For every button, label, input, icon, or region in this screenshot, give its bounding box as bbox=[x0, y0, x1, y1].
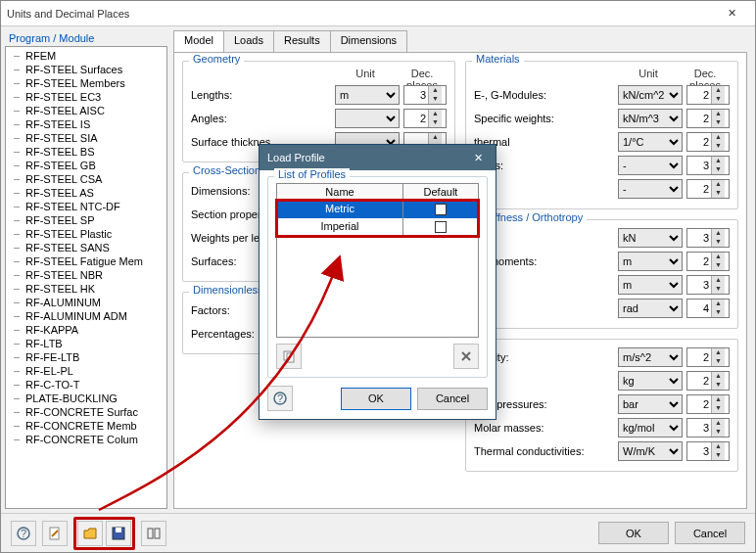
unit-select[interactable]: 1/°C bbox=[618, 132, 683, 152]
tree-item[interactable]: RF-STEEL NBR bbox=[6, 268, 166, 282]
unit-select[interactable]: m bbox=[618, 252, 683, 271]
tab-results[interactable]: Results bbox=[273, 30, 331, 52]
dec-places-spinner[interactable]: ▲▼ bbox=[686, 85, 730, 105]
unit-select[interactable]: m/s^2 bbox=[618, 347, 683, 367]
dec-places-spinner[interactable]: ▲▼ bbox=[403, 85, 447, 105]
tree-item[interactable]: RF-STEEL SANS bbox=[6, 241, 166, 254]
unit-select[interactable]: kN/m^3 bbox=[618, 109, 683, 128]
help-icon[interactable]: ? bbox=[267, 386, 293, 411]
tree-item[interactable]: PLATE-BUCKLING bbox=[6, 392, 166, 405]
unit-select[interactable]: - bbox=[618, 156, 683, 175]
dec-input[interactable] bbox=[687, 372, 711, 390]
unit-select[interactable]: kN/cm^2 bbox=[618, 85, 683, 105]
edit-icon[interactable] bbox=[42, 521, 68, 546]
tree-item[interactable]: RF-FE-LTB bbox=[6, 350, 166, 364]
dec-input[interactable] bbox=[687, 348, 711, 366]
tree-item[interactable]: RF-STEEL NTC-DF bbox=[6, 200, 166, 213]
dec-places-spinner[interactable]: ▲▼ bbox=[686, 109, 730, 128]
default-checkbox[interactable]: ✓ bbox=[435, 204, 447, 215]
tree-item[interactable]: RF-CONCRETE Surfac bbox=[6, 405, 166, 419]
dec-input[interactable] bbox=[687, 276, 711, 294]
tree-item[interactable]: RF-KAPPA bbox=[6, 323, 166, 337]
load-profile-icon[interactable] bbox=[77, 521, 103, 546]
tree-item[interactable]: RF-STEEL AS bbox=[6, 186, 166, 200]
dec-input[interactable] bbox=[687, 157, 711, 174]
delete-icon[interactable] bbox=[453, 344, 479, 369]
close-icon[interactable]: ✕ bbox=[468, 152, 488, 164]
dec-input[interactable] bbox=[404, 86, 428, 104]
dec-input[interactable] bbox=[687, 110, 711, 127]
dec-places-spinner[interactable]: ▲▼ bbox=[686, 394, 730, 414]
unit-select[interactable]: kg/mol bbox=[618, 418, 683, 438]
unit-select[interactable]: rad bbox=[618, 299, 683, 318]
copy-icon[interactable] bbox=[276, 344, 302, 369]
dec-places-spinner[interactable]: ▲▼ bbox=[686, 275, 730, 295]
tree-item[interactable]: RF-STEEL AISC bbox=[6, 104, 166, 117]
default-checkbox[interactable] bbox=[435, 221, 447, 233]
dec-input[interactable] bbox=[687, 300, 711, 317]
dec-places-spinner[interactable]: ▲▼ bbox=[686, 299, 730, 318]
dec-places-spinner[interactable]: ▲▼ bbox=[686, 252, 730, 271]
tree-item[interactable]: RF-STEEL CSA bbox=[6, 172, 166, 186]
tree-item[interactable]: RF-STEEL Plastic bbox=[6, 227, 166, 241]
dec-input[interactable] bbox=[404, 110, 428, 127]
unit-select[interactable] bbox=[335, 109, 400, 128]
dec-input[interactable] bbox=[687, 419, 711, 437]
dec-input[interactable] bbox=[687, 180, 711, 198]
profile-row[interactable]: Imperial bbox=[277, 218, 478, 236]
modal-ok-button[interactable]: OK bbox=[341, 388, 411, 410]
tree-item[interactable]: RF-STEEL BS bbox=[6, 145, 166, 159]
unit-select[interactable]: m bbox=[335, 85, 400, 105]
ok-button[interactable]: OK bbox=[598, 522, 669, 544]
tree-item[interactable]: RF-STEEL Surfaces bbox=[6, 63, 166, 76]
cancel-button[interactable]: Cancel bbox=[675, 522, 745, 544]
dec-places-spinner[interactable]: ▲▼ bbox=[686, 156, 730, 175]
tree-item[interactable]: RF-ALUMINUM ADM bbox=[6, 309, 166, 323]
tree-item[interactable]: RF-STEEL HK bbox=[6, 282, 166, 296]
tree-item[interactable]: RF-STEEL SP bbox=[6, 213, 166, 227]
dec-input[interactable] bbox=[687, 229, 711, 247]
tree-item[interactable]: RF-STEEL Fatigue Mem bbox=[6, 254, 166, 268]
help-icon[interactable]: ? bbox=[11, 521, 36, 546]
save-profile-icon[interactable] bbox=[106, 521, 131, 546]
tree-item[interactable]: RF-CONCRETE Memb bbox=[6, 419, 166, 433]
dec-input[interactable] bbox=[687, 133, 711, 151]
tree-item[interactable]: RF-STEEL GB bbox=[6, 159, 166, 172]
unit-select[interactable]: kN bbox=[618, 228, 683, 248]
tree-item[interactable]: RF-STEEL IS bbox=[6, 117, 166, 131]
modal-cancel-button[interactable]: Cancel bbox=[417, 388, 488, 410]
dec-places-spinner[interactable]: ▲▼ bbox=[686, 347, 730, 367]
unit-select[interactable]: W/m/K bbox=[618, 441, 683, 461]
profile-row[interactable]: Metric✓ bbox=[277, 201, 478, 218]
tree-item[interactable]: RF-ALUMINUM bbox=[6, 296, 166, 309]
default-icon[interactable] bbox=[141, 521, 166, 546]
tree-item[interactable]: RFEM bbox=[6, 49, 166, 63]
unit-select[interactable]: m bbox=[618, 275, 683, 295]
tree-item[interactable]: RF-STEEL EC3 bbox=[6, 90, 166, 104]
tree-item[interactable]: RF-C-TO-T bbox=[6, 378, 166, 392]
tree-item[interactable]: RF-STEEL Members bbox=[6, 76, 166, 90]
dec-places-spinner[interactable]: ▲▼ bbox=[686, 179, 730, 199]
dec-places-spinner[interactable]: ▲▼ bbox=[686, 371, 730, 391]
unit-select[interactable]: - bbox=[618, 179, 683, 199]
tree-item[interactable]: RF-EL-PL bbox=[6, 364, 166, 378]
module-tree[interactable]: RFEMRF-STEEL SurfacesRF-STEEL MembersRF-… bbox=[5, 46, 167, 509]
dec-input[interactable] bbox=[687, 86, 711, 104]
tab-dimensions[interactable]: Dimensions bbox=[330, 30, 407, 52]
dec-places-spinner[interactable]: ▲▼ bbox=[686, 418, 730, 438]
tree-item[interactable]: RF-CONCRETE Colum bbox=[6, 433, 166, 446]
unit-select[interactable]: bar bbox=[618, 394, 683, 414]
dec-input[interactable] bbox=[687, 395, 711, 413]
dec-places-spinner[interactable]: ▲▼ bbox=[686, 228, 730, 248]
tab-loads[interactable]: Loads bbox=[223, 30, 274, 52]
dec-places-spinner[interactable]: ▲▼ bbox=[686, 441, 730, 461]
dec-input[interactable] bbox=[687, 442, 711, 460]
tree-item[interactable]: RF-STEEL SIA bbox=[6, 131, 166, 145]
dec-input[interactable] bbox=[687, 253, 711, 270]
tab-model[interactable]: Model bbox=[173, 30, 224, 52]
tree-item[interactable]: RF-LTB bbox=[6, 337, 166, 350]
dec-places-spinner[interactable]: ▲▼ bbox=[686, 132, 730, 152]
close-icon[interactable]: ✕ bbox=[714, 7, 749, 20]
unit-select[interactable]: kg bbox=[618, 371, 683, 391]
dec-places-spinner[interactable]: ▲▼ bbox=[403, 109, 447, 128]
